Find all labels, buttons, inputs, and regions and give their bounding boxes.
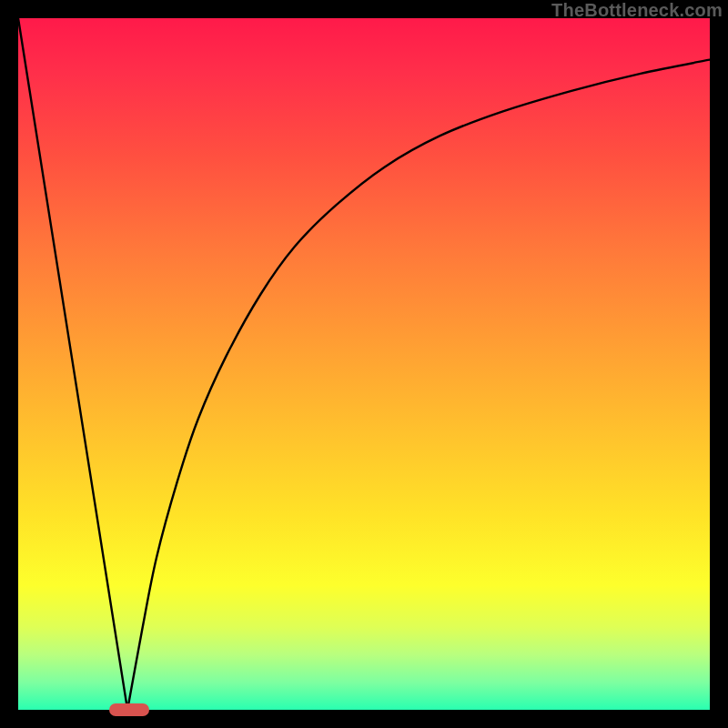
curve-svg [18, 18, 710, 710]
chart-container: TheBottleneck.com [0, 0, 728, 728]
plot-area [18, 18, 710, 710]
curve-path [18, 18, 710, 710]
optimal-marker-pill [109, 703, 149, 716]
